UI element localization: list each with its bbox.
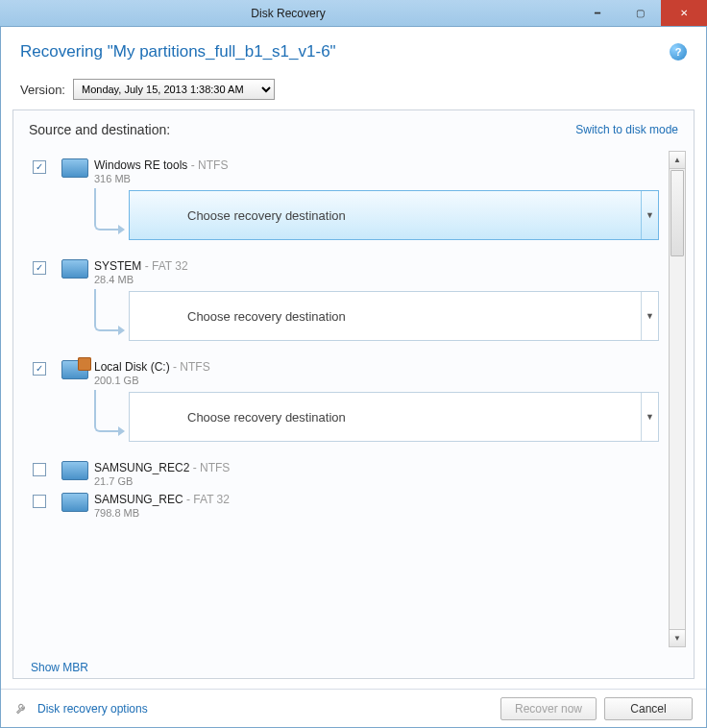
destination-placeholder: Choose recovery destination [187, 208, 346, 223]
scroll-down-button[interactable]: ▼ [670, 629, 685, 646]
partition-fs: - FAT 32 [145, 259, 188, 273]
partition-checkbox[interactable]: ✓ [33, 160, 46, 174]
recover-now-button[interactable]: Recover now [500, 697, 597, 720]
partition-checkbox[interactable]: ✓ [33, 362, 46, 376]
cancel-button[interactable]: Cancel [604, 697, 693, 720]
close-button[interactable]: ✕ [661, 0, 707, 26]
show-mbr-link[interactable]: Show MBR [13, 655, 694, 678]
partition-size: 21.7 GB [94, 475, 659, 487]
partition-size: 798.8 MB [94, 507, 659, 519]
partition-checkbox[interactable]: ✓ [33, 261, 46, 275]
partition-fs: - FAT 32 [186, 493, 230, 506]
scroll-thumb[interactable] [670, 170, 684, 256]
recovery-destination-select[interactable]: Choose recovery destination▼ [129, 392, 659, 442]
partition-fs: - NTFS [193, 461, 231, 474]
disk-icon [61, 259, 88, 279]
partition-size: 200.1 GB [94, 375, 659, 386]
partition-size: 316 MB [94, 173, 659, 184]
panel-title: Source and destination: [29, 122, 170, 137]
partition-checkbox[interactable] [33, 463, 46, 476]
disk-icon [61, 158, 88, 178]
recovery-destination-select[interactable]: Choose recovery destination▼ [129, 291, 659, 341]
partition-size: 28.4 MB [94, 274, 659, 285]
partition-name: SAMSUNG_REC2 [94, 461, 189, 474]
disk-icon [61, 360, 88, 379]
scroll-up-button[interactable]: ▲ [670, 152, 685, 169]
partition-item: ✓Local Disk (C:) - NTFS200.1 GB [33, 354, 659, 386]
arrow-icon [94, 188, 119, 231]
partition-item: SAMSUNG_REC - FAT 32798.8 MB [33, 487, 659, 519]
partition-item: SAMSUNG_REC2 - NTFS21.7 GB [33, 455, 659, 487]
help-icon[interactable]: ? [670, 43, 687, 61]
disk-icon [61, 493, 88, 512]
destination-placeholder: Choose recovery destination [187, 410, 346, 425]
scrollbar[interactable]: ▲ ▼ [669, 151, 686, 647]
arrow-icon [94, 289, 119, 331]
titlebar[interactable]: Disk Recovery ━ ▢ ✕ [0, 0, 707, 27]
partition-fs: - NTFS [191, 158, 229, 172]
switch-disk-mode-link[interactable]: Switch to disk mode [575, 123, 678, 136]
maximize-button[interactable]: ▢ [619, 0, 661, 26]
disk-icon [61, 461, 88, 480]
version-label: Version: [20, 83, 65, 97]
partition-name: SAMSUNG_REC [94, 493, 183, 506]
destination-placeholder: Choose recovery destination [187, 309, 346, 324]
chevron-down-icon[interactable]: ▼ [641, 191, 658, 239]
recovery-destination-select[interactable]: Choose recovery destination▼ [129, 190, 659, 240]
window-title: Disk Recovery [0, 7, 576, 20]
partition-fs: - NTFS [173, 360, 210, 374]
partition-checkbox[interactable] [33, 495, 46, 508]
version-select[interactable]: Monday, July 15, 2013 1:38:30 AM [73, 79, 275, 100]
chevron-down-icon[interactable]: ▼ [641, 292, 658, 340]
partition-name: SYSTEM [94, 259, 141, 273]
disk-recovery-options-link[interactable]: Disk recovery options [37, 702, 148, 716]
partition-item: ✓Windows RE tools - NTFS316 MB [33, 153, 659, 184]
partition-list: ✓Windows RE tools - NTFS316 MBChoose rec… [19, 149, 669, 649]
partition-name: Windows RE tools [94, 158, 187, 172]
page-title: Recovering "My partitions_full_b1_s1_v1-… [20, 42, 336, 61]
partition-item: ✓SYSTEM - FAT 3228.4 MB [33, 254, 659, 285]
arrow-icon [94, 390, 119, 432]
chevron-down-icon[interactable]: ▼ [641, 393, 658, 441]
partition-name: Local Disk (C:) [94, 360, 170, 374]
wrench-icon [14, 701, 30, 716]
minimize-button[interactable]: ━ [576, 0, 619, 26]
